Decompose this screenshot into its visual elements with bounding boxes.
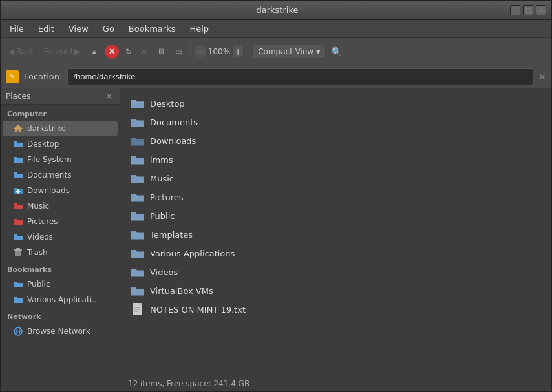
file-item-videos[interactable]: Videos — [123, 263, 549, 281]
file-item-documents[interactable]: Documents — [123, 113, 549, 131]
file-name: Pictures — [150, 192, 183, 202]
new-tab-button[interactable]: ▭ — [171, 45, 186, 59]
home-icon: ⌂ — [142, 47, 147, 56]
file-name: Videos — [150, 267, 178, 277]
main-area: Places ✕ Computer darkstrike Desktop — [1, 88, 551, 391]
file-item-music[interactable]: Music — [123, 169, 549, 187]
sidebar-item-pictures[interactable]: Pictures — [3, 214, 118, 229]
separator-1 — [190, 44, 191, 59]
svg-rect-2 — [16, 248, 20, 249]
sidebar-section-network: Network — [1, 307, 120, 324]
location-label: Location: — [24, 72, 62, 81]
compact-view-label: Compact View — [258, 47, 313, 56]
sidebar-item-browse-network[interactable]: Browse Network — [3, 324, 118, 338]
menu-help[interactable]: Help — [183, 22, 215, 36]
sidebar-item-label: darkstrike — [27, 124, 66, 133]
text-file-icon — [131, 302, 145, 316]
menu-edit[interactable]: Edit — [32, 22, 61, 36]
reload-button[interactable]: ↻ — [122, 45, 136, 59]
toolbar: ◀ Back Forward ▶ ▲ ✕ ↻ ⌂ 🖥 ▭ − 100% + — [1, 38, 551, 65]
file-item-pictures[interactable]: Pictures — [123, 188, 549, 206]
folder-icon — [131, 152, 145, 167]
main-window: darkstrike ─ □ ✕ File Edit View Go Bookm… — [0, 0, 552, 392]
location-close-button[interactable]: ✕ — [538, 72, 546, 82]
file-item-templates[interactable]: Templates — [123, 225, 549, 243]
statusbar: 12 items, Free space: 241.4 GB — [120, 375, 551, 391]
window-title: darkstrike — [45, 5, 510, 15]
menu-file[interactable]: File — [3, 22, 30, 36]
menu-bookmarks[interactable]: Bookmarks — [122, 22, 182, 36]
menu-go[interactable]: Go — [96, 22, 121, 36]
file-item-downloads[interactable]: Downloads — [123, 132, 549, 150]
folder-icon — [131, 209, 145, 223]
content-area: Desktop Documents Downloads — [120, 88, 551, 391]
file-list: Desktop Documents Downloads — [120, 88, 551, 375]
sidebar-item-label: Public — [27, 280, 50, 289]
home-button[interactable]: ⌂ — [138, 45, 151, 59]
maximize-button[interactable]: □ — [523, 5, 533, 15]
sidebar-item-trash[interactable]: Trash — [3, 245, 118, 260]
file-name: NOTES ON MINT 19.txt — [150, 305, 246, 315]
various-folder-icon — [13, 294, 23, 305]
location-input[interactable] — [67, 68, 533, 85]
file-item-lmms[interactable]: lmms — [123, 150, 549, 169]
file-item-public[interactable]: Public — [123, 207, 549, 225]
search-button[interactable]: 🔍 — [328, 44, 345, 59]
separator-2 — [248, 44, 248, 59]
sidebar: Places ✕ Computer darkstrike Desktop — [1, 88, 120, 391]
back-button[interactable]: ◀ Back — [5, 45, 37, 59]
zoom-in-button[interactable]: + — [232, 46, 244, 57]
sidebar-item-label: Trash — [27, 248, 48, 257]
network-icon — [13, 326, 23, 336]
folder-icon — [131, 284, 145, 298]
sidebar-item-filesystem[interactable]: File System — [3, 152, 118, 167]
svg-rect-0 — [15, 251, 21, 256]
sidebar-item-label: Desktop — [27, 139, 59, 149]
up-button[interactable]: ▲ — [87, 45, 102, 59]
forward-button[interactable]: Forward ▶ — [40, 45, 84, 59]
sidebar-item-label: Pictures — [27, 217, 58, 226]
sidebar-item-downloads[interactable]: Downloads — [3, 183, 118, 198]
file-item-notes[interactable]: NOTES ON MINT 19.txt — [123, 300, 549, 318]
sidebar-item-public[interactable]: Public — [3, 277, 118, 291]
menu-view[interactable]: View — [62, 22, 95, 36]
sidebar-item-documents[interactable]: Documents — [3, 168, 118, 182]
folder-icon — [131, 190, 145, 204]
folder-icon — [131, 265, 145, 279]
close-button[interactable]: ✕ — [536, 5, 546, 15]
computer-icon: 🖥 — [157, 47, 165, 56]
computer-button[interactable]: 🖥 — [153, 45, 169, 59]
sidebar-item-label: Browse Network — [27, 327, 90, 336]
zoom-out-button[interactable]: − — [195, 46, 206, 57]
minimize-button[interactable]: ─ — [510, 5, 520, 15]
sidebar-item-music[interactable]: Music — [3, 199, 118, 213]
file-name: Desktop — [150, 99, 185, 108]
menubar: File Edit View Go Bookmarks Help — [1, 20, 551, 38]
sidebar-item-various[interactable]: Various Applicati... — [3, 293, 118, 307]
sidebar-item-darkstrike[interactable]: darkstrike — [3, 121, 118, 136]
zoom-controls: − 100% + — [195, 46, 244, 57]
file-name: Various Applications — [150, 249, 235, 258]
compact-view-button[interactable]: Compact View ▾ — [252, 45, 326, 59]
location-edit-icon: ✎ — [6, 70, 19, 83]
music-folder-icon — [13, 201, 23, 211]
reload-icon: ↻ — [125, 47, 132, 56]
svg-rect-1 — [14, 249, 22, 251]
file-item-desktop[interactable]: Desktop — [123, 94, 549, 112]
status-text: 12 items, Free space: 241.4 GB — [128, 379, 249, 388]
sidebar-item-videos[interactable]: Videos — [3, 230, 118, 244]
file-name: Templates — [150, 230, 193, 240]
back-label: Back — [16, 47, 34, 56]
titlebar: darkstrike ─ □ ✕ — [1, 1, 551, 20]
file-name: Music — [150, 174, 174, 183]
folder-icon — [131, 246, 145, 260]
desktop-folder-icon — [13, 139, 23, 149]
sidebar-item-desktop[interactable]: Desktop — [3, 137, 118, 151]
sidebar-close-button[interactable]: ✕ — [104, 91, 114, 101]
file-item-virtualbox[interactable]: VirtualBox VMs — [123, 282, 549, 300]
compact-view-dropdown-icon: ▾ — [316, 47, 320, 56]
stop-icon: ✕ — [109, 47, 115, 56]
forward-label: Forward — [44, 47, 72, 56]
file-item-various-applications[interactable]: Various Applications — [123, 244, 549, 262]
stop-button[interactable]: ✕ — [105, 45, 119, 59]
